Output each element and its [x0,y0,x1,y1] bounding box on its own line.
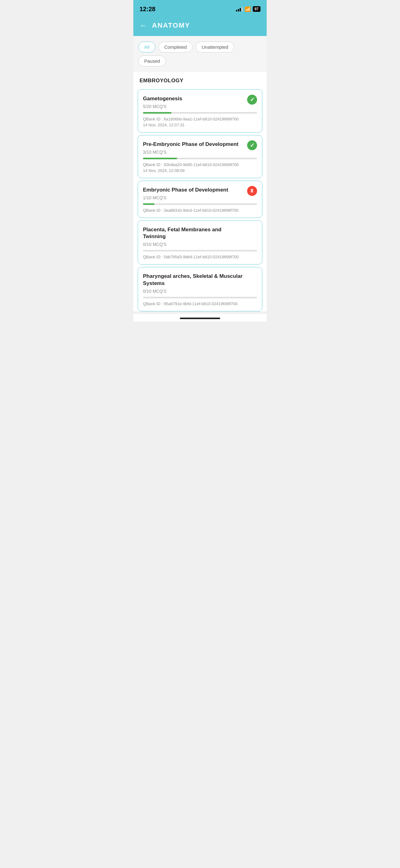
quiz-card[interactable]: Pre-Embryonic Phase of Development 3/10 … [138,135,262,178]
home-indicator [133,314,267,321]
card-title: Pharyngeal arches, Skeletal & Muscular S… [143,273,257,286]
card-date: 14 Nov, 2024, 12:08:09 [143,168,257,173]
progress-track [143,203,257,205]
filter-btn-paused[interactable]: Paused [138,56,166,66]
status-complete-icon: ✓ [247,140,257,150]
quiz-card[interactable]: Pharyngeal arches, Skeletal & Muscular S… [138,267,262,311]
filter-btn-all[interactable]: All [138,41,155,53]
card-title: Pre-Embryonic Phase of Development [143,141,257,148]
card-mcq: 1/10 MCQ'S [143,195,257,200]
card-qbank-id: QBank ID : 3ea8831b-9dcd-11ef-b810-02419… [143,208,257,213]
progress-track [143,250,257,251]
cards-container: Gametogenesis 5/20 MCQ'S QBank ID : 6a16… [133,89,267,311]
wifi-icon: 📶 [245,6,251,12]
filter-btn-completed[interactable]: Completed [159,41,193,53]
card-date: 14 Nov, 2024, 12:07:31 [143,123,257,127]
section-title: EMBROYOLOGY [139,78,184,84]
card-qbank-id: QBank ID : 95a6791e-9bfd-11ef-b810-02419… [143,302,257,306]
status-complete-icon: ✓ [247,95,257,104]
status-icons: 📶 97 [236,6,261,12]
card-title: Gametogenesis [143,95,257,102]
progress-fill [143,203,155,205]
status-bar: 12:28 📶 97 [133,0,267,17]
battery-indicator: 97 [253,6,261,12]
page-title: ANATOMY [152,22,190,30]
home-bar [180,318,220,319]
progress-track [143,112,257,114]
quiz-card[interactable]: Gametogenesis 5/20 MCQ'S QBank ID : 6a16… [138,89,262,132]
progress-track [143,158,257,159]
quiz-card[interactable]: Placenta, Fetal Membranes and Twinning 0… [138,220,262,265]
section-header: EMBROYOLOGY [133,72,267,87]
header: ← ANATOMY [133,17,267,36]
card-qbank-id: QBank ID : 5db795d3-9db9-11ef-b810-02419… [143,254,257,259]
content-area: EMBROYOLOGY Gametogenesis 5/20 MCQ'S QBa… [133,72,267,311]
card-mcq: 0/10 MCQ'S [143,242,257,247]
progress-track [143,297,257,298]
quiz-card[interactable]: Embryonic Phase of Development 1/10 MCQ'… [138,181,262,218]
status-paused-icon: ⏸ [247,186,257,196]
progress-fill [143,158,177,159]
back-button[interactable]: ← [139,21,147,30]
card-title: Embryonic Phase of Development [143,187,257,193]
card-mcq: 5/20 MCQ'S [143,104,257,109]
status-time: 12:28 [139,6,155,13]
card-title: Placenta, Fetal Membranes and Twinning [143,226,257,240]
filter-bar: AllCompletedUnattemptedPaused [133,36,267,72]
card-qbank-id: QBank ID : 6a1606bb-9aa1-11ef-b810-02419… [143,117,257,121]
card-qbank-id: QBank ID : 92b4ba20-9d95-11ef-b810-02419… [143,162,257,167]
signal-icon [236,6,243,11]
filter-btn-unattempted[interactable]: Unattempted [196,41,234,53]
progress-fill [143,112,171,114]
card-mcq: 3/10 MCQ'S [143,150,257,155]
card-mcq: 0/10 MCQ'S [143,289,257,294]
